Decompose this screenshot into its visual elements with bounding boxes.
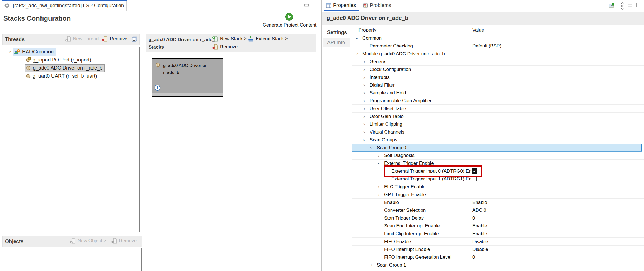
property-row-general[interactable]: ›General [352, 58, 644, 66]
chevron-right-icon[interactable]: › [363, 59, 365, 65]
minimize-view-icon[interactable] [628, 4, 633, 7]
properties-tab-icon [326, 3, 331, 8]
generate-project-content-button[interactable] [285, 13, 293, 22]
property-label: External Trigger Enable [384, 161, 434, 166]
property-row-digital-filter[interactable]: ›Digital Filter [352, 81, 644, 89]
remove-stack-button[interactable]: Remove [212, 44, 238, 50]
new-stack-button[interactable]: New Stack > [212, 36, 247, 42]
property-row-virtual-channels[interactable]: ›Virtual Channels [352, 128, 644, 136]
generate-project-content-label[interactable]: Generate Project Content [258, 22, 321, 28]
tree-item-label: g_ioport I/O Port (r_ioport) [33, 57, 91, 63]
tree-item-hal-common[interactable]: ›HAL/Common [4, 48, 139, 56]
property-value[interactable]: Enable [472, 230, 487, 237]
new-thread-button[interactable]: New Thread [65, 36, 99, 42]
property-row-self-diagnosis[interactable]: ›Self Diagnosis [352, 152, 644, 160]
property-row-sample-and-hold[interactable]: ›Sample and Hold [352, 89, 644, 97]
property-row-external-trigger-input-0-adtrg0-en[interactable]: External Trigger Input 0 (ADTRG0) En [352, 167, 644, 175]
property-row-programmable-gain-amplifier[interactable]: ›Programmable Gain Amplifier [352, 97, 644, 105]
stack-card-g-adc0[interactable]: g_adc0 ADC Driver on r_adc_b [152, 58, 223, 97]
property-row-elc-trigger-enable[interactable]: ›ELC Trigger Enable [352, 183, 644, 191]
chevron-down-icon[interactable]: › [354, 53, 360, 55]
chevron-right-icon[interactable]: › [363, 67, 365, 72]
property-row-converter-selection[interactable]: Converter SelectionADC 0 [352, 206, 644, 214]
property-row-clock-configuration[interactable]: ›Clock Configuration [352, 66, 644, 73]
property-value[interactable]: Disable [472, 238, 488, 245]
property-row-common[interactable]: ›Common [352, 34, 644, 42]
chevron-right-icon[interactable]: › [363, 82, 365, 88]
property-value[interactable]: Disable [472, 246, 488, 253]
view-menu-icon[interactable] [621, 2, 624, 10]
tab-properties[interactable]: Properties [326, 3, 356, 8]
property-row-scan-group-1[interactable]: ›Scan Group 1 [352, 261, 644, 269]
properties-title-bar: g_adc0 ADC Driver on r_adc_b [322, 12, 644, 25]
property-value[interactable]: Enable [472, 222, 487, 230]
active-view-tab-highlight [324, 10, 359, 11]
chevron-right-icon[interactable]: › [363, 114, 365, 119]
chevron-right-icon[interactable]: › [363, 98, 365, 104]
chevron-down-icon[interactable]: › [354, 37, 360, 39]
property-value[interactable]: ADC 0 [472, 206, 486, 214]
remove-thread-button[interactable]: Remove [102, 36, 127, 42]
property-value[interactable]: Enable [472, 199, 487, 206]
property-row-external-trigger-input-1-adtrg1-en[interactable]: External Trigger Input 1 (ADTRG1) En [352, 175, 644, 183]
sidebar-item-settings[interactable]: Settings [323, 28, 350, 37]
property-row-user-offset-table[interactable]: ›User Offset Table [352, 105, 644, 113]
chevron-down-icon[interactable]: › [376, 163, 382, 164]
property-value[interactable]: 0 [472, 253, 475, 261]
extend-stack-button[interactable]: Extend Stack > [248, 36, 288, 42]
property-row-enable[interactable]: EnableEnable [352, 199, 644, 206]
property-row-scan-end-interrupt-enable[interactable]: Scan End Interrupt EnableEnable [352, 222, 644, 230]
collapse-all-icon[interactable] [132, 36, 138, 42]
property-row-module-g-adc0-adc-driver-on-r-adc-b[interactable]: ›Module g_adc0 ADC Driver on r_adc_b [352, 50, 644, 58]
chevron-right-icon[interactable]: › [363, 122, 365, 127]
property-row-limit-clip-interrupt-enable[interactable]: Limit Clip Interrupt EnableEnable [352, 230, 644, 238]
property-row-start-trigger-delay[interactable]: Start Trigger Delay0 [352, 214, 644, 222]
chevron-right-icon[interactable]: › [378, 153, 380, 158]
property-row-user-gain-table[interactable]: ›User Gain Table [352, 113, 644, 120]
tree-item-g-ioport[interactable]: g_ioport I/O Port (r_ioport) [4, 56, 139, 64]
property-label: Start Trigger Delay [384, 215, 424, 221]
sidebar-item-api-info[interactable]: API Info [323, 38, 350, 47]
maximize-view-icon[interactable] [636, 3, 641, 8]
maximize-icon[interactable] [313, 3, 318, 8]
stack-card-footer [152, 93, 223, 96]
property-row-limiter-clipping[interactable]: ›Limiter Clipping [352, 120, 644, 128]
tree-item-g-uart0[interactable]: g_uart0 UART (r_sci_b_uart) [4, 72, 139, 80]
property-row-parameter-checking[interactable]: Parameter CheckingDefault (BSP) [352, 42, 644, 50]
info-icon[interactable] [154, 85, 161, 91]
property-row-scan-group-0[interactable]: ›Scan Group 0 [352, 144, 642, 152]
property-value[interactable]: Default (BSP) [472, 42, 501, 50]
minimize-icon[interactable] [304, 4, 309, 7]
pin-view-icon[interactable] [609, 3, 615, 8]
chevron-right-icon[interactable]: › [371, 262, 372, 268]
chevron-down-icon[interactable]: › [361, 139, 367, 141]
tree-item-g-adc0[interactable]: g_adc0 ADC Driver on r_adc_b [4, 64, 139, 72]
stacks-panel-title: g_adc0 ADC Driver on r_adc_b Stacks [149, 36, 218, 51]
property-label: Self Diagnosis [384, 153, 415, 158]
property-row-fifo-interrupt-generation-level[interactable]: FIFO Interrupt Generation Level0 [352, 253, 644, 261]
property-row-scan-groups[interactable]: ›Scan Groups [352, 136, 644, 144]
property-row-fifo-interrupt-enable[interactable]: FIFO Interrupt EnableDisable [352, 246, 644, 253]
chevron-right-icon[interactable]: › [363, 129, 365, 135]
chevron-right-icon[interactable]: › [363, 106, 365, 111]
close-icon[interactable]: ✕ [118, 3, 122, 8]
new-object-button[interactable]: New Object > [70, 238, 106, 244]
remove-object-button[interactable]: Remove [111, 238, 137, 244]
property-row-gpt-trigger-enable[interactable]: ›GPT Trigger Enable [352, 191, 644, 199]
adtrg0-checkbox[interactable] [472, 168, 477, 174]
chevron-right-icon[interactable]: › [363, 75, 365, 80]
property-row-fifo-enable[interactable]: FIFO EnableDisable [352, 238, 644, 246]
tab-problems[interactable]: Problems [363, 3, 391, 8]
chevron-down-icon[interactable]: › [7, 51, 13, 53]
property-value[interactable]: 0 [472, 214, 475, 222]
panel-sash[interactable] [321, 0, 322, 271]
module-badge-icon [25, 57, 31, 63]
chevron-right-icon[interactable]: › [378, 192, 380, 198]
objects-title: Objects [5, 239, 23, 244]
chevron-down-icon[interactable]: › [369, 147, 374, 149]
chevron-right-icon[interactable]: › [378, 184, 380, 190]
chevron-right-icon[interactable]: › [363, 90, 365, 96]
adtrg1-checkbox[interactable] [472, 177, 477, 181]
property-row-external-trigger-enable[interactable]: ›External Trigger Enable [352, 160, 644, 167]
property-row-interrupts[interactable]: ›Interrupts [352, 73, 644, 81]
